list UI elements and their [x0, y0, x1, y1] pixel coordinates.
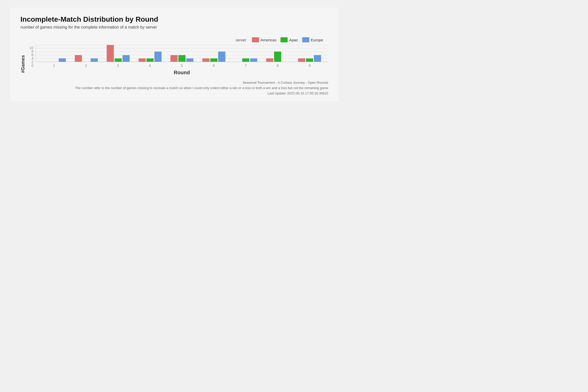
chart-area: #Games 0246810 123456789 Round: [20, 45, 328, 76]
x-axis-ticks: 123456789: [35, 62, 328, 68]
x-axis-label: Round: [35, 70, 328, 76]
y-tick: 6: [28, 53, 35, 57]
round-group: [134, 45, 166, 62]
bar-apac: [115, 58, 122, 62]
x-tick: 1: [38, 64, 70, 68]
round-group: [294, 45, 326, 62]
bar-apac: [306, 58, 313, 62]
legend-item-americas: Americas: [252, 37, 277, 42]
legend-item-apac: Apac: [280, 37, 298, 42]
bar-europe: [250, 58, 257, 62]
legend: server Americas Apac Europe: [20, 37, 328, 42]
x-tick: 5: [166, 64, 198, 68]
footer-line3: Last Update: 2022-05-15 17:55:16.30615: [20, 91, 328, 96]
y-axis-ticks: 0246810: [28, 45, 35, 76]
x-tick: 6: [198, 64, 230, 68]
y-axis-label: #Games: [20, 45, 26, 76]
legend-color-apac: [280, 37, 288, 42]
round-group: [38, 45, 70, 62]
bar-europe: [91, 58, 98, 62]
legend-label-europe: Europe: [311, 38, 323, 42]
bar-apac: [210, 58, 217, 62]
bar-europe: [186, 58, 193, 62]
bar-apac: [274, 52, 281, 62]
bar-americas: [75, 55, 82, 62]
x-tick: 3: [102, 64, 134, 68]
bar-apac: [242, 58, 249, 62]
legend-label-americas: Americas: [261, 38, 277, 42]
legend-item-europe: Europe: [302, 37, 323, 42]
round-group: [102, 45, 134, 62]
x-tick: 4: [134, 64, 166, 68]
bar-apac: [146, 58, 154, 62]
bar-apac: [178, 55, 186, 62]
grid-and-bars: [35, 45, 328, 62]
footer-line1: Seasonal Tournament - A Curious Journey …: [20, 80, 328, 85]
y-tick: 2: [28, 60, 35, 64]
round-group: [70, 45, 102, 62]
round-group: [166, 45, 198, 62]
bar-americas: [298, 58, 305, 62]
bar-europe: [154, 52, 162, 62]
footer: Seasonal Tournament - A Curious Journey …: [20, 80, 328, 96]
bar-americas: [170, 55, 178, 62]
legend-label-apac: Apac: [289, 38, 298, 42]
footer-line2: The number refer to the number of games …: [20, 85, 328, 91]
chart-container: Incomplete-Match Distribution by Round n…: [10, 8, 338, 101]
x-tick: 8: [262, 64, 294, 68]
bar-europe: [59, 58, 66, 62]
round-group: [198, 45, 230, 62]
y-tick: 4: [28, 57, 35, 60]
bar-europe: [122, 55, 130, 62]
y-tick: 8: [28, 50, 35, 53]
plot-area: 123456789 Round: [35, 45, 328, 76]
bar-americas: [202, 58, 210, 62]
x-tick: 9: [294, 64, 326, 68]
bar-europe: [218, 52, 225, 62]
bar-americas: [107, 45, 114, 62]
x-tick: 7: [230, 64, 262, 68]
legend-color-americas: [252, 37, 259, 42]
chart-subtitle: number of games missing for the complete…: [20, 25, 328, 30]
legend-server-label: server: [236, 38, 246, 42]
bar-americas: [139, 58, 146, 62]
bars-container: [36, 45, 328, 62]
round-group: [230, 45, 262, 62]
bar-europe: [314, 55, 321, 62]
y-tick: 10: [28, 46, 35, 50]
x-tick: 2: [70, 64, 102, 68]
bar-americas: [266, 58, 273, 62]
chart-title: Incomplete-Match Distribution by Round: [20, 15, 328, 23]
y-tick: 0: [28, 64, 35, 67]
legend-color-europe: [302, 37, 309, 42]
round-group: [262, 45, 294, 62]
